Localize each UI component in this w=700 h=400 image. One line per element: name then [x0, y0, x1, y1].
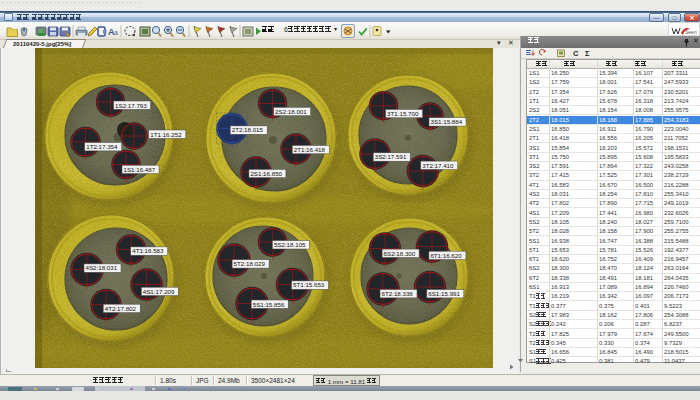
svg-text:2T2:18.015: 2T2:18.015 — [232, 126, 264, 133]
svg-text:2S2:18.001: 2S2:18.001 — [275, 108, 307, 115]
svg-text:4S1:17.209: 4S1:17.209 — [143, 288, 175, 295]
svg-text:2S1:16.850: 2S1:16.850 — [250, 170, 282, 177]
svg-text:1S1:16.487: 1S1:16.487 — [124, 166, 156, 173]
svg-text:6S2:18.300: 6S2:18.300 — [384, 250, 416, 257]
svg-text:3S2:17.591: 3S2:17.591 — [375, 153, 407, 160]
svg-text:3T1:15.700: 3T1:15.700 — [387, 110, 419, 117]
svg-text:5T2:18.029: 5T2:18.029 — [234, 260, 266, 267]
svg-text:6T1:16.620: 6T1:16.620 — [430, 252, 462, 259]
svg-text:1T2:17.354: 1T2:17.354 — [86, 143, 118, 150]
svg-text:2T1:16.418: 2T1:16.418 — [294, 146, 326, 153]
svg-text:6T2:18.338: 6T2:18.338 — [382, 290, 414, 297]
svg-text:3S1:15.884: 3S1:15.884 — [431, 118, 463, 125]
svg-text:4T2:17.802: 4T2:17.802 — [105, 305, 137, 312]
svg-text:5S1:15.856: 5S1:15.856 — [253, 301, 285, 308]
svg-text:4T1:16.583: 4T1:16.583 — [132, 247, 164, 254]
svg-text:4S2:18.031: 4S2:18.031 — [86, 264, 118, 271]
svg-text:5T1:15.653: 5T1:15.653 — [293, 281, 325, 288]
svg-text:Seen: Seen — [685, 29, 697, 35]
svg-text:a: a — [114, 29, 118, 36]
svg-text:1S2:17.793: 1S2:17.793 — [115, 102, 147, 109]
svg-text:5S2:18.105: 5S2:18.105 — [274, 241, 306, 248]
svg-text:3T2:17.410: 3T2:17.410 — [422, 162, 454, 169]
svg-text:1T1:16.252: 1T1:16.252 — [150, 131, 182, 138]
svg-text:6S1:15.991: 6S1:15.991 — [428, 290, 460, 297]
